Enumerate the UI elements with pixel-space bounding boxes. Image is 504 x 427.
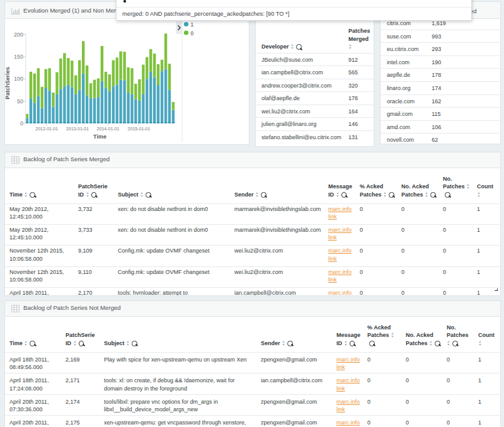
svg-text:Time: Time (93, 134, 106, 140)
svg-text:0: 0 (20, 120, 23, 127)
svg-text:0: 0 (191, 30, 194, 37)
svg-text:200: 200 (14, 31, 23, 38)
svg-text:2013-01-01: 2013-01-01 (66, 127, 89, 131)
svg-text:150: 150 (14, 54, 23, 60)
svg-text:2012-01-01: 2012-01-01 (35, 127, 58, 131)
svg-text:50: 50 (17, 98, 23, 105)
svg-text:2014-01-01: 2014-01-01 (97, 127, 120, 131)
svg-text:2015-01-01: 2015-01-01 (128, 127, 151, 131)
svg-text:100: 100 (14, 76, 23, 82)
svg-text:PatchSeries: PatchSeries (5, 67, 11, 100)
svg-text:1: 1 (191, 21, 194, 28)
